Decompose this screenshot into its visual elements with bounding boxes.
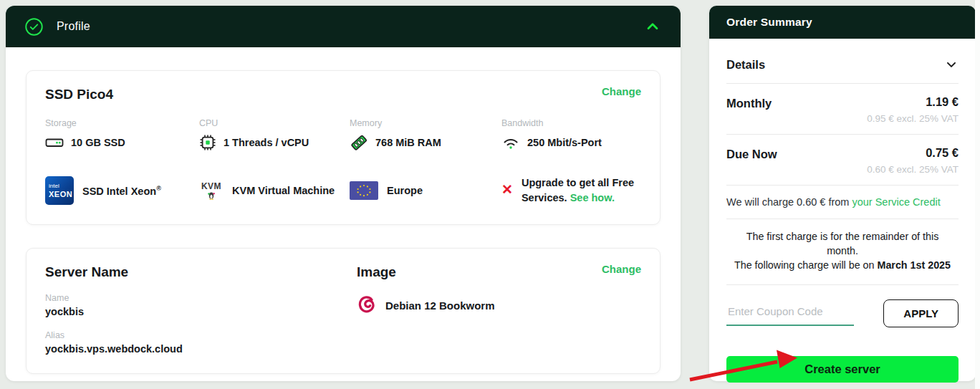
order-summary-title: Order Summary	[726, 16, 812, 29]
image-title: Image	[357, 264, 641, 280]
due-now-price: 0.75 €	[867, 146, 959, 160]
service-credit-link[interactable]: your Service Credit	[852, 196, 940, 208]
right-edge-scrollbar-track[interactable]	[975, 0, 980, 389]
monthly-label: Monthly	[726, 95, 772, 124]
spec-storage: Storage 10 GB SSD	[45, 118, 199, 151]
due-now-price-row: Due Now 0.75 € 0.60 € excl. 25% VAT	[726, 135, 959, 186]
profile-header[interactable]: Profile	[6, 6, 681, 47]
intel-badge-line2: XEON	[49, 191, 74, 198]
plan-feature-grid: intel XEON SSD Intel Xeon® KVM	[45, 176, 641, 206]
server-name-value: yockbis	[45, 306, 357, 317]
service-credit-note: We will charge 0.60 € from your Service …	[726, 186, 959, 219]
due-now-price-excl-vat: 0.60 € excl. 25% VAT	[867, 164, 959, 175]
service-credit-note-text: We will charge 0.60 € from	[726, 196, 849, 208]
profile-panel: Profile SSD Pico4 Change Storage	[6, 6, 681, 381]
wifi-icon	[501, 134, 520, 151]
feature-kvm: KVM KVM Virtual Machine	[199, 181, 350, 200]
kvm-letters: KVM	[201, 181, 221, 191]
plan-spec-grid: Storage 10 GB SSD CPU	[45, 118, 641, 151]
first-charge-line2: The following charge will be on	[734, 259, 875, 271]
spec-memory-label: Memory	[350, 118, 501, 128]
monthly-price-excl-vat: 0.95 € excl. 25% VAT	[867, 113, 959, 124]
plan-name: SSD Pico4	[45, 87, 641, 102]
spec-bandwidth-label: Bandwidth	[501, 118, 641, 128]
intel-xeon-badge-icon: intel XEON	[45, 176, 74, 205]
server-name-title: Server Name	[45, 264, 357, 280]
spec-bandwidth-value: 250 Mbit/s-Port	[527, 137, 602, 148]
first-charge-line1: The first charge is for the remainder of…	[746, 231, 939, 256]
spec-memory: Memory 768	[350, 118, 501, 151]
see-how-link[interactable]: See how.	[570, 192, 615, 203]
spec-cpu-label: CPU	[199, 118, 350, 128]
order-summary-panel: Order Summary Details Monthly 1.19 € 0.9…	[709, 6, 976, 381]
first-charge-date: March 1st 2025	[877, 259, 951, 271]
details-toggle[interactable]: Details	[726, 43, 959, 84]
apply-coupon-button[interactable]: APPLY	[883, 299, 959, 327]
server-name-card: Change Server Name Name yockbis Alias yo…	[26, 248, 660, 374]
spec-cpu: CPU	[199, 118, 350, 151]
check-circle-icon	[24, 17, 44, 37]
kvm-penguin-glyph	[206, 191, 217, 200]
server-name-column: Server Name Name yockbis Alias yockbis.v…	[45, 264, 357, 355]
plan-card: SSD Pico4 Change Storage 10 GB SSD	[26, 70, 660, 225]
create-server-button[interactable]: Create server	[726, 356, 959, 383]
coupon-code-input[interactable]	[726, 299, 854, 326]
feature-location-label: Europe	[387, 185, 423, 196]
feature-kvm-label: KVM Virtual Machine	[232, 185, 335, 196]
profile-section-title: Profile	[57, 20, 90, 33]
coupon-row: APPLY	[726, 299, 959, 327]
spec-cpu-value: 1 Threads / vCPU	[224, 137, 309, 148]
monthly-price: 1.19 €	[867, 95, 959, 109]
monthly-price-row: Monthly 1.19 € 0.95 € excl. 25% VAT	[726, 84, 959, 135]
feature-upgrade: ✕ Upgrade to get all Free Services. See …	[501, 176, 641, 206]
server-name-label: Name	[45, 293, 357, 303]
red-x-icon: ✕	[501, 183, 513, 196]
kvm-logo-icon: KVM	[199, 181, 224, 200]
chevron-down-icon	[944, 57, 959, 72]
feature-intel-xeon: intel XEON SSD Intel Xeon®	[45, 176, 199, 205]
spec-bandwidth: Bandwidth 250 Mbit/s-Port	[501, 118, 641, 151]
ssd-drive-icon	[45, 134, 64, 151]
ram-stick-icon	[350, 134, 368, 151]
due-now-label: Due Now	[726, 146, 777, 175]
feature-location: Europe	[350, 181, 501, 200]
server-change-link[interactable]: Change	[602, 263, 641, 275]
plan-change-link[interactable]: Change	[602, 85, 641, 97]
image-value: Debian 12 Bookworm	[385, 299, 495, 312]
server-alias-value: yockbis.vps.webdock.cloud	[45, 343, 357, 355]
server-alias-label: Alias	[45, 330, 357, 340]
details-label: Details	[726, 58, 765, 72]
intel-badge-line1: intel	[49, 183, 74, 189]
upgrade-text: Upgrade to get all Free Services. See ho…	[522, 176, 641, 206]
spec-storage-value: 10 GB SSD	[71, 137, 125, 148]
cpu-chip-icon	[199, 134, 216, 151]
collapse-chevron-up-icon[interactable]	[643, 17, 662, 36]
eu-flag-icon	[350, 181, 378, 200]
spec-storage-label: Storage	[45, 118, 199, 128]
image-column: Image Debian 12 Bookworm	[357, 264, 641, 355]
feature-intel-xeon-label: SSD Intel Xeon®	[82, 185, 161, 197]
spec-memory-value: 768 MiB RAM	[375, 137, 441, 148]
first-charge-note: The first charge is for the remainder of…	[726, 219, 959, 285]
debian-logo-icon	[357, 294, 377, 316]
order-summary-header: Order Summary	[709, 6, 976, 39]
